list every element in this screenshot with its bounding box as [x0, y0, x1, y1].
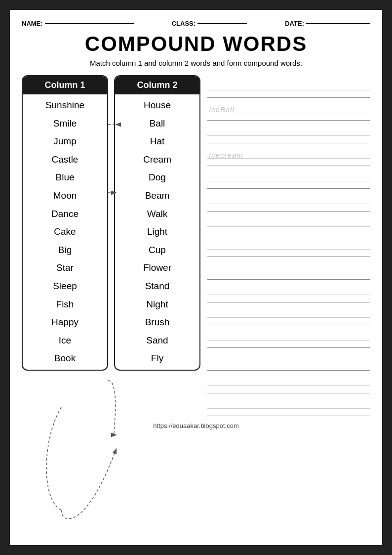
col1-item: Dance	[23, 205, 107, 223]
col2-item: Walk	[115, 205, 199, 223]
footer: https://eduaakar.blogspot.com	[22, 422, 370, 429]
col2-item: Stand	[115, 277, 199, 296]
guide-line	[207, 226, 370, 227]
col2-item: Light	[115, 223, 199, 241]
guide-line	[207, 135, 370, 136]
answer-row[interactable]	[207, 280, 370, 302]
date-label: DATE:	[285, 20, 304, 27]
answer-row[interactable]	[207, 371, 370, 393]
col1-item: Smile	[23, 115, 107, 133]
class-label: CLASS:	[172, 20, 196, 27]
answer-row[interactable]	[207, 189, 370, 212]
guide-line	[207, 340, 370, 341]
guide-line	[207, 90, 370, 90]
trace-text: Icecream	[209, 151, 243, 159]
col2-item: Cream	[115, 151, 199, 169]
answer-row[interactable]	[207, 325, 370, 348]
answer-row[interactable]: Icecream	[207, 143, 370, 166]
trace-text: IceBall	[209, 105, 235, 114]
answer-row[interactable]	[207, 121, 370, 143]
col2-item: Night	[115, 296, 199, 314]
guide-line	[207, 385, 370, 386]
col1-item: Big	[23, 241, 107, 259]
col1-item: Jump	[23, 132, 107, 151]
name-line	[45, 23, 134, 24]
col1-header: Column 1	[23, 76, 107, 94]
columns-wrapper: Column 1 SunshineSmileJumpCastleBlueMoon…	[22, 75, 200, 371]
guide-line	[207, 317, 370, 318]
answer-row[interactable]	[207, 257, 370, 280]
col1-body: SunshineSmileJumpCastleBlueMoonDanceCake…	[23, 94, 107, 370]
class-line	[197, 23, 247, 24]
base-line	[207, 416, 370, 416]
answer-row[interactable]	[207, 212, 370, 234]
col1-item: Happy	[23, 313, 107, 332]
answer-row[interactable]	[207, 302, 370, 325]
lines-section: IceBallIcecream	[207, 75, 370, 416]
column2-box: Column 2 HouseBallHatCreamDogBeamWalkLig…	[114, 75, 200, 371]
guide-line	[207, 295, 370, 295]
guide-line	[207, 181, 370, 181]
col1-item: Castle	[23, 151, 107, 169]
column1-box: Column 1 SunshineSmileJumpCastleBlueMoon…	[22, 75, 108, 371]
col2-item: Sand	[115, 332, 199, 350]
guide-line	[207, 249, 370, 250]
col2-item: Cup	[115, 241, 199, 259]
col1-item: Book	[23, 349, 107, 368]
date-line	[306, 23, 370, 24]
answer-row[interactable]	[207, 393, 370, 416]
answer-row[interactable]	[207, 75, 370, 98]
guide-line	[207, 204, 370, 204]
answer-row[interactable]: IceBall	[207, 98, 370, 121]
col2-item: Dog	[115, 169, 199, 187]
guide-line	[207, 272, 370, 272]
col2-item: Flower	[115, 259, 199, 277]
col1-item: Ice	[23, 332, 107, 350]
col1-item: Cake	[23, 223, 107, 241]
guide-line	[207, 408, 370, 409]
col2-item: Beam	[115, 187, 199, 205]
date-field: DATE:	[285, 20, 370, 27]
class-field: CLASS:	[172, 20, 247, 27]
answer-row[interactable]	[207, 166, 370, 189]
col2-item: Brush	[115, 313, 199, 332]
col1-item: Sunshine	[23, 96, 107, 115]
col2-item: House	[115, 96, 199, 115]
guide-line	[207, 363, 370, 363]
answer-row[interactable]	[207, 348, 370, 371]
col2-body: HouseBallHatCreamDogBeamWalkLightCupFlow…	[115, 94, 199, 370]
page-subtitle: Match column 1 and column 2 words and fo…	[22, 59, 370, 67]
col2-header: Column 2	[115, 76, 199, 94]
col1-item: Moon	[23, 187, 107, 205]
worksheet-page: NAME: CLASS: DATE: COMPOUND WORDS Match …	[10, 10, 382, 545]
col2-item: Fly	[115, 349, 199, 368]
col1-item: Fish	[23, 296, 107, 314]
col1-item: Star	[23, 259, 107, 277]
content-area: Column 1 SunshineSmileJumpCastleBlueMoon…	[22, 75, 370, 416]
header-fields: NAME: CLASS: DATE:	[22, 20, 370, 27]
name-label: NAME:	[22, 20, 43, 27]
footer-url: https://eduaakar.blogspot.com	[153, 422, 238, 429]
answer-row[interactable]	[207, 234, 370, 257]
col1-item: Sleep	[23, 277, 107, 296]
col1-item: Blue	[23, 169, 107, 187]
col2-item: Hat	[115, 132, 199, 151]
page-title: COMPOUND WORDS	[22, 32, 370, 56]
name-field: NAME:	[22, 20, 134, 27]
col2-item: Ball	[115, 115, 199, 133]
